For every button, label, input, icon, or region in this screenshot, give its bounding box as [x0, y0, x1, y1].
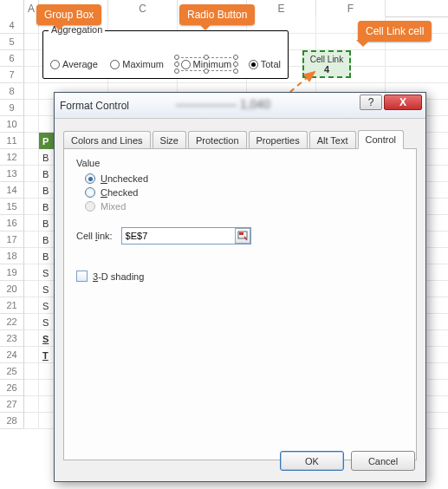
- row-19[interactable]: 19: [0, 264, 24, 281]
- format-control-dialog: Format Control ————— 1,040 ? X Colors an…: [54, 92, 426, 482]
- callout-cell: Cell Link cell: [358, 21, 432, 42]
- row-5[interactable]: 5: [0, 34, 24, 50]
- row-20[interactable]: 20: [0, 281, 24, 297]
- row-headers: 4567891011121314151617181920212223242526…: [0, 17, 24, 489]
- row-27[interactable]: 27: [0, 396, 24, 413]
- shading-checkbox-row[interactable]: 3-D shading: [76, 271, 404, 282]
- cancel-button[interactable]: Cancel: [351, 451, 415, 471]
- cell-link-target[interactable]: Cell Link 4: [302, 50, 351, 78]
- tab-size[interactable]: Size: [153, 131, 186, 149]
- cell-link-value: 4: [324, 64, 329, 75]
- col-F[interactable]: F: [316, 0, 386, 17]
- help-button[interactable]: ?: [360, 95, 382, 110]
- opt-label: Mixed: [101, 201, 126, 212]
- corner-cell: [0, 0, 24, 17]
- row-17[interactable]: 17: [0, 231, 24, 248]
- row-12[interactable]: 12: [0, 149, 24, 166]
- tab-alt-text[interactable]: Alt Text: [309, 131, 356, 149]
- row-16[interactable]: 16: [0, 215, 24, 231]
- close-button[interactable]: X: [384, 95, 422, 110]
- row-6[interactable]: 6: [0, 50, 24, 67]
- radio-label: Minimum: [193, 59, 232, 69]
- value-section-label: Value: [76, 158, 404, 168]
- cell-link-input[interactable]: [121, 227, 251, 244]
- opt-label: Checked: [101, 187, 138, 198]
- dialog-titlebar[interactable]: Format Control ————— 1,040 ? X: [55, 93, 425, 119]
- cell-link-field-label: Cell link:: [76, 231, 113, 241]
- row-13[interactable]: 13: [0, 166, 24, 182]
- radio-label: Average: [62, 59, 98, 69]
- radio-average[interactable]: Average: [50, 59, 98, 69]
- callout-groupbox: Group Box: [36, 4, 101, 25]
- dialog-title: Format Control: [60, 100, 129, 112]
- range-picker-icon: [237, 231, 248, 241]
- tab-colors-lines[interactable]: Colors and Lines: [63, 131, 151, 149]
- tab-properties[interactable]: Properties: [249, 131, 308, 149]
- aggregation-groupbox[interactable]: Aggregation Average Maximum Minimum Tota…: [42, 30, 289, 79]
- row-21[interactable]: 21: [0, 297, 24, 314]
- row-7[interactable]: 7: [0, 67, 24, 83]
- radio-maximum[interactable]: Maximum: [110, 59, 164, 69]
- opt-checked[interactable]: Checked: [85, 187, 404, 198]
- row-11[interactable]: 11: [0, 133, 24, 149]
- tab-control[interactable]: Control: [358, 130, 404, 149]
- row-22[interactable]: 22: [0, 314, 24, 330]
- radio-label: Total: [261, 59, 281, 69]
- checkbox-icon: [76, 271, 88, 282]
- row-10[interactable]: 10: [0, 116, 24, 133]
- radio-total[interactable]: Total: [249, 59, 281, 69]
- opt-label: Unchecked: [101, 173, 148, 184]
- row-26[interactable]: 26: [0, 380, 24, 396]
- radio-row: Average Maximum Minimum Total: [50, 57, 281, 71]
- tab-strip: Colors and Lines Size Protection Propert…: [55, 119, 425, 148]
- row-24[interactable]: 24: [0, 347, 24, 363]
- row-25[interactable]: 25: [0, 363, 24, 380]
- row-4[interactable]: 4: [0, 17, 24, 34]
- radio-icon: [85, 173, 95, 184]
- range-picker-button[interactable]: [235, 228, 250, 244]
- tab-protection[interactable]: Protection: [188, 131, 247, 149]
- radio-minimum[interactable]: Minimum: [177, 57, 237, 71]
- ok-button[interactable]: OK: [280, 451, 344, 471]
- col-E[interactable]: E: [247, 0, 316, 17]
- col-C[interactable]: C: [108, 0, 178, 17]
- blurred-text: ————— 1,040: [176, 97, 270, 111]
- row-28[interactable]: 28: [0, 413, 24, 429]
- opt-unchecked[interactable]: Unchecked: [85, 173, 404, 184]
- radio-icon: [85, 187, 95, 198]
- row-23[interactable]: 23: [0, 330, 24, 347]
- row-14[interactable]: 14: [0, 182, 24, 199]
- control-panel: Value Unchecked Checked Mixed Cell link:…: [63, 148, 417, 460]
- callout-radio: Radio Button: [179, 4, 255, 25]
- radio-icon: [85, 201, 95, 212]
- svg-rect-1: [239, 232, 243, 235]
- radio-label: Maximum: [122, 59, 164, 69]
- opt-mixed: Mixed: [85, 201, 404, 212]
- cell-link-label: Cell Link: [310, 55, 343, 64]
- row-18[interactable]: 18: [0, 248, 24, 264]
- row-15[interactable]: 15: [0, 199, 24, 215]
- row-8[interactable]: 8: [0, 83, 24, 100]
- row-9[interactable]: 9: [0, 100, 24, 116]
- shading-label: 3-D shading: [93, 271, 144, 282]
